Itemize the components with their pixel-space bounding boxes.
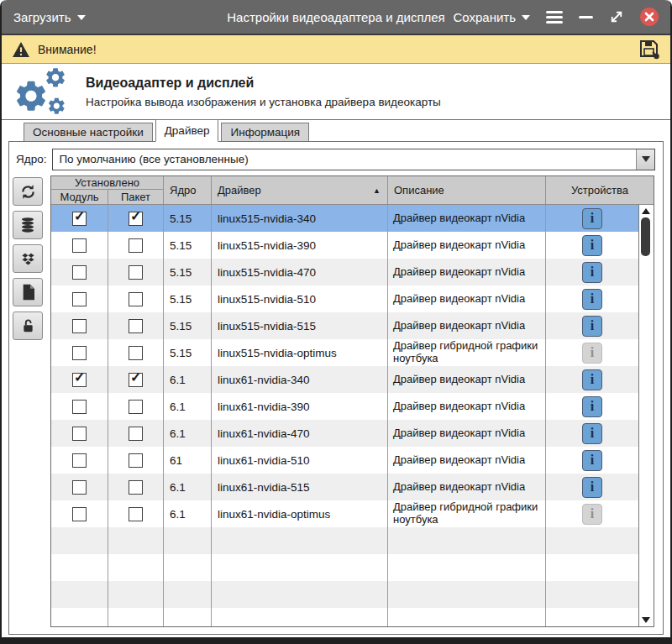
package-checkbox[interactable] <box>129 400 143 414</box>
device-info-button[interactable]: i <box>582 235 602 256</box>
column-header-kernel[interactable]: Ядро <box>164 176 212 204</box>
scroll-down-icon[interactable] <box>642 617 650 623</box>
package-checkbox[interactable] <box>129 346 143 360</box>
description-cell: Драйвер видеокарт nVidia <box>388 312 546 339</box>
vertical-scrollbar[interactable] <box>638 205 654 626</box>
chevron-down-icon <box>642 156 650 162</box>
package-checkbox[interactable] <box>129 238 143 253</box>
table-row[interactable]: 5.15linux515-nvidia-470Драйвер видеокарт… <box>51 259 638 285</box>
tab-information[interactable]: Информация <box>221 123 309 141</box>
module-checkbox[interactable] <box>72 292 87 306</box>
description-cell: Драйвер видеокарт nVidia <box>388 393 546 420</box>
table-row[interactable]: 61linux61-nvidia-510Драйвер видеокарт nV… <box>51 447 638 474</box>
module-checkbox[interactable] <box>72 400 87 414</box>
titlebar: Настройки видеоадаптера и дисплея Загруз… <box>2 0 670 34</box>
device-info-button[interactable]: i <box>582 450 602 471</box>
device-info-button[interactable]: i <box>582 262 602 283</box>
sort-ascending-icon: ▲ <box>373 186 381 195</box>
tab-bar: Основные настройки Драйвер Информация <box>2 120 670 141</box>
description-cell: Драйвер видеокарт nVidia <box>388 474 546 500</box>
module-checkbox[interactable] <box>72 427 87 441</box>
device-info-button[interactable]: i <box>582 316 602 337</box>
page-title: Видеоадаптер и дисплей <box>86 76 441 91</box>
kernel-cell: 6.1 <box>164 393 212 420</box>
package-checkbox[interactable] <box>129 373 143 387</box>
description-cell: Драйвер видеокарт nVidia <box>388 285 546 312</box>
side-toolbar <box>13 177 48 340</box>
package-checkbox[interactable] <box>129 480 143 495</box>
package-checkbox[interactable] <box>129 265 143 280</box>
package-checkbox[interactable] <box>129 427 143 441</box>
device-info-button[interactable]: i <box>582 423 602 444</box>
driver-cell: linux515-nvidia-390 <box>212 232 388 259</box>
column-header-devices[interactable]: Устройства <box>546 176 654 204</box>
table-row[interactable]: 6.1linux61-nvidia-optimusДрайвер гибридн… <box>51 500 638 527</box>
scrollbar-thumb[interactable] <box>641 217 650 256</box>
column-header-driver[interactable]: Драйвер ▲ <box>212 176 388 204</box>
save-menu-label: Сохранить <box>453 10 516 24</box>
table-row[interactable]: 6.1linux61-nvidia-390Драйвер видеокарт n… <box>51 393 638 420</box>
tab-driver[interactable]: Драйвер <box>155 119 219 142</box>
column-header-package[interactable]: Пакет <box>108 190 164 204</box>
column-header-module[interactable]: Модуль <box>51 190 108 204</box>
kernel-select[interactable]: По умолчанию (все установленные) <box>52 149 655 170</box>
package-checkbox[interactable] <box>129 319 143 333</box>
packages-icon <box>20 251 36 267</box>
drivers-table: Установлено Модуль Пакет Ядро Драйвер ▲ … <box>50 175 654 627</box>
packages-button[interactable] <box>13 244 43 273</box>
table-row[interactable]: 5.15linux515-nvidia-optimusДрайвер гибри… <box>51 339 638 366</box>
refresh-button[interactable] <box>13 177 43 206</box>
module-checkbox[interactable] <box>72 507 87 521</box>
save-menu-button[interactable]: Сохранить <box>453 10 530 24</box>
database-button[interactable] <box>13 211 43 239</box>
table-row[interactable]: 5.15linux515-nvidia-340Драйвер видеокарт… <box>51 205 638 232</box>
description-cell: Драйвер гибридной графики ноутбука <box>388 339 546 366</box>
module-checkbox[interactable] <box>72 346 87 360</box>
device-info-button[interactable]: i <box>582 369 602 390</box>
table-row[interactable]: 6.1linux61-nvidia-515Драйвер видеокарт n… <box>51 474 638 500</box>
table-row[interactable]: 5.15linux515-nvidia-510Драйвер видеокарт… <box>51 285 638 312</box>
module-checkbox[interactable] <box>72 212 87 226</box>
dropdown-arrow-button[interactable] <box>636 149 654 170</box>
module-checkbox[interactable] <box>72 238 87 253</box>
column-header-description[interactable]: Описание <box>388 176 546 204</box>
module-checkbox[interactable] <box>72 453 87 468</box>
scroll-up-icon[interactable] <box>642 208 650 214</box>
load-menu-button[interactable]: Загрузить <box>13 10 86 24</box>
save-changes-button[interactable] <box>638 39 660 60</box>
warning-bar: Внимание! <box>2 34 670 64</box>
kernel-cell: 5.15 <box>164 259 212 285</box>
column-header-installed[interactable]: Установлено <box>51 176 164 190</box>
driver-cell: linux515-nvidia-510 <box>212 285 388 312</box>
unlock-button[interactable] <box>13 312 43 340</box>
module-checkbox[interactable] <box>72 480 87 495</box>
database-icon <box>19 217 36 233</box>
description-cell: Драйвер видеокарт nVidia <box>388 447 546 474</box>
device-info-button[interactable]: i <box>582 477 602 498</box>
driver-cell: linux61-nvidia-470 <box>212 420 388 447</box>
device-info-button[interactable]: i <box>582 208 602 229</box>
driver-cell: linux61-nvidia-390 <box>212 393 388 420</box>
package-checkbox[interactable] <box>129 212 143 226</box>
module-checkbox[interactable] <box>72 265 87 280</box>
hamburger-menu-icon[interactable] <box>546 11 563 24</box>
gears-app-icon <box>12 67 74 116</box>
minimize-button[interactable] <box>579 16 593 18</box>
table-row[interactable]: 6.1linux61-nvidia-470Драйвер видеокарт n… <box>51 420 638 447</box>
package-checkbox[interactable] <box>129 453 143 468</box>
kernel-cell: 5.15 <box>164 312 212 339</box>
module-checkbox[interactable] <box>72 373 87 387</box>
close-button[interactable] <box>640 8 659 26</box>
maximize-button[interactable] <box>609 9 624 24</box>
table-row[interactable]: 6.1linux61-nvidia-340Драйвер видеокарт n… <box>51 366 638 393</box>
file-button[interactable] <box>13 278 43 306</box>
device-info-button: i <box>582 343 602 364</box>
tab-main-settings[interactable]: Основные настройки <box>24 123 153 141</box>
device-info-button[interactable]: i <box>582 289 602 310</box>
package-checkbox[interactable] <box>129 292 143 306</box>
device-info-button[interactable]: i <box>582 396 602 417</box>
table-row[interactable]: 5.15linux515-nvidia-390Драйвер видеокарт… <box>51 232 638 259</box>
package-checkbox[interactable] <box>129 507 143 521</box>
module-checkbox[interactable] <box>72 319 87 333</box>
table-row[interactable]: 5.15linux515-nvidia-515Драйвер видеокарт… <box>51 312 638 339</box>
